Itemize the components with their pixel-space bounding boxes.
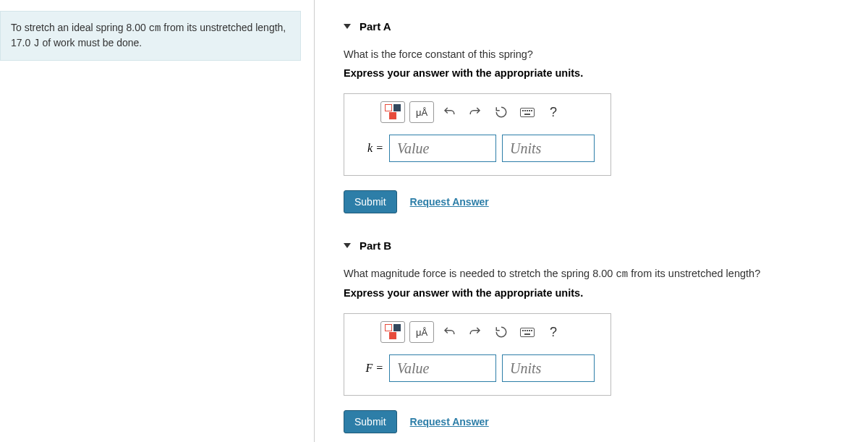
reset-button[interactable]	[490, 103, 512, 122]
part-a-section: Part A What is the force constant of thi…	[344, 20, 861, 213]
part-b-submit-row: Submit Request Answer	[344, 410, 861, 433]
templates-button[interactable]	[380, 321, 405, 343]
part-a-header[interactable]: Part A	[344, 20, 861, 33]
keyboard-button[interactable]	[516, 103, 538, 122]
undo-icon	[443, 106, 456, 119]
problem-distance-unit: cm	[149, 22, 161, 34]
part-b-instruction: Express your answer with the appropriate…	[344, 287, 861, 299]
part-a-variable: k =	[360, 142, 383, 155]
part-b-header[interactable]: Part B	[344, 239, 861, 252]
part-b-question-unit: cm	[616, 268, 628, 280]
part-b-value-input[interactable]	[389, 354, 496, 382]
keyboard-icon	[520, 108, 535, 117]
undo-icon	[443, 326, 456, 339]
part-a-request-answer-link[interactable]: Request Answer	[410, 196, 489, 208]
part-a-input-row: k =	[344, 130, 610, 162]
redo-button[interactable]	[464, 323, 486, 341]
reset-button[interactable]	[490, 323, 512, 341]
help-button[interactable]: ?	[542, 323, 564, 341]
answer-panel: Part A What is the force constant of thi…	[315, 0, 868, 442]
template-icon	[383, 324, 402, 340]
part-b-question-text: What magnitude force is needed to stretc…	[344, 268, 592, 279]
problem-text: To stretch an ideal spring	[11, 22, 127, 33]
reset-icon	[495, 106, 508, 119]
template-icon	[383, 104, 402, 120]
keyboard-button[interactable]	[516, 323, 538, 341]
problem-work-unit: J	[33, 38, 39, 49]
keyboard-icon	[520, 328, 535, 337]
part-b-request-answer-link[interactable]: Request Answer	[410, 416, 489, 428]
part-b-units-input[interactable]	[502, 354, 595, 382]
part-b-question: What magnitude force is needed to stretc…	[344, 268, 861, 280]
part-a-instruction: Express your answer with the appropriate…	[344, 67, 861, 79]
problem-statement: To stretch an ideal spring 8.00 cm from …	[0, 11, 301, 61]
problem-panel: To stretch an ideal spring 8.00 cm from …	[0, 0, 315, 442]
part-a-submit-row: Submit Request Answer	[344, 190, 861, 213]
redo-button[interactable]	[464, 103, 486, 122]
undo-button[interactable]	[438, 323, 460, 341]
part-a-value-input[interactable]	[389, 135, 496, 162]
chevron-down-icon	[344, 243, 351, 248]
problem-work: 17.0	[11, 37, 33, 48]
redo-icon	[469, 106, 482, 119]
reset-icon	[495, 326, 508, 339]
part-b-variable: F =	[360, 362, 383, 375]
part-a-submit-button[interactable]: Submit	[344, 190, 397, 213]
part-b-answer-box: μÅ ? F =	[344, 313, 611, 396]
part-b-input-row: F =	[344, 350, 610, 382]
chevron-down-icon	[344, 24, 351, 29]
part-a-question: What is the force constant of this sprin…	[344, 48, 861, 60]
part-b-label: Part B	[359, 239, 391, 252]
templates-button[interactable]	[380, 101, 405, 123]
redo-icon	[469, 326, 482, 339]
problem-text: of work must be done.	[40, 37, 142, 48]
part-b-question-dist: 8.00	[592, 268, 616, 279]
part-a-toolbar: μÅ ?	[344, 101, 610, 130]
undo-button[interactable]	[438, 103, 460, 122]
problem-distance: 8.00	[127, 22, 149, 33]
part-b-submit-button[interactable]: Submit	[344, 410, 397, 433]
part-b-question-text: from its unstretched length?	[628, 268, 760, 279]
units-button[interactable]: μÅ	[409, 101, 434, 123]
units-button[interactable]: μÅ	[409, 321, 434, 343]
part-a-units-input[interactable]	[502, 135, 595, 162]
part-a-label: Part A	[359, 20, 391, 33]
part-b-section: Part B What magnitude force is needed to…	[344, 239, 861, 433]
help-button[interactable]: ?	[542, 103, 564, 122]
part-b-toolbar: μÅ ?	[344, 321, 610, 350]
part-a-answer-box: μÅ ? k =	[344, 93, 611, 176]
problem-text: from its unstretched length,	[161, 22, 286, 33]
